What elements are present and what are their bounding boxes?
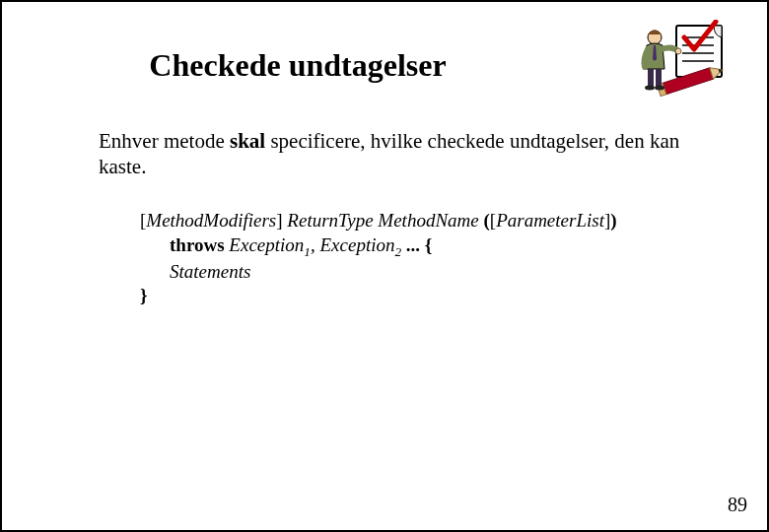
intro-paragraph: Enhver metode skal specificere, hvilke c… — [99, 128, 680, 180]
ex-word-1: Exception — [229, 234, 304, 255]
intro-bold: skal — [230, 129, 265, 153]
exception1: Exception1 — [229, 234, 311, 255]
ex-sub-1: 1 — [304, 243, 311, 258]
svg-rect-12 — [656, 69, 662, 87]
open-paren: ( — [479, 210, 490, 231]
intro-pre: Enhver metode — [99, 129, 230, 153]
throws-kw: throws — [170, 234, 229, 255]
dots: ... — [401, 234, 425, 255]
page-number: 89 — [728, 494, 747, 516]
svg-point-13 — [645, 86, 655, 91]
syntax-line2: throws Exception1, Exception2 ... { — [140, 233, 692, 260]
page-title: Checkede undtagelser — [2, 47, 594, 84]
ex-word-2: Exception — [319, 234, 394, 255]
checklist-illustration — [619, 20, 728, 108]
exception2: Exception2 — [319, 234, 401, 255]
method-syntax: [MethodModifiers] ReturnType MethodName … — [140, 209, 692, 308]
svg-point-10 — [675, 48, 681, 54]
rbracket: ] — [276, 210, 287, 231]
parameter-list: ParameterList — [496, 210, 604, 231]
open-brace: { — [425, 234, 433, 255]
method-modifiers: MethodModifiers — [146, 210, 276, 231]
method-name: MethodName — [378, 210, 478, 231]
slide: Checkede undtagelser Enhver metode skal … — [0, 0, 769, 532]
syntax-line3: Statements — [140, 260, 692, 285]
close-paren: ) — [610, 210, 616, 231]
svg-rect-11 — [648, 69, 654, 87]
svg-point-14 — [655, 86, 664, 91]
statements: Statements — [170, 261, 250, 282]
syntax-line1: [MethodModifiers] ReturnType MethodName … — [140, 210, 617, 231]
close-brace: } — [140, 285, 148, 305]
syntax-line4: } — [140, 285, 148, 305]
return-type: ReturnType — [287, 210, 373, 231]
